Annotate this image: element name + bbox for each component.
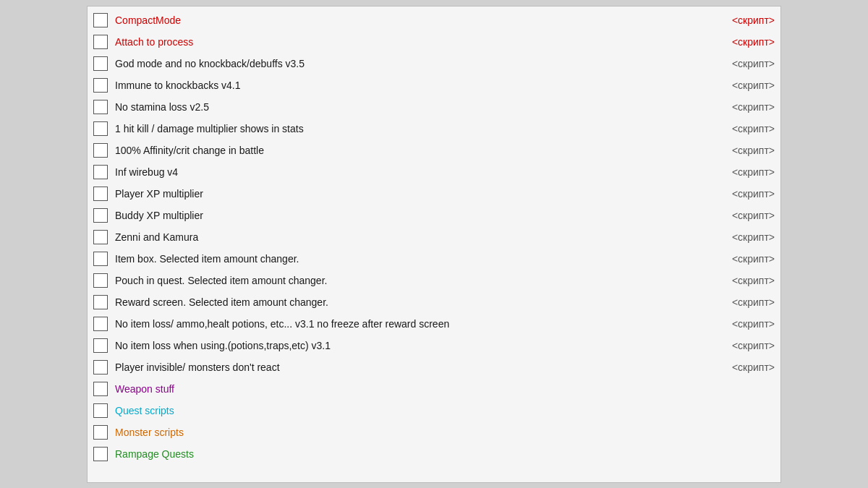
list-item: No item loss when using.(potions,traps,e… (88, 335, 780, 356)
script-list: CompactMode<скрипт>Attach to process<скр… (87, 6, 781, 483)
list-item: God mode and no knockback/debuffs v3.5<с… (88, 53, 780, 74)
checkbox[interactable] (93, 100, 108, 114)
item-label: God mode and no knockback/debuffs v3.5 (115, 58, 726, 69)
item-script: <скрипт> (732, 166, 775, 178)
item-script: <скрипт> (732, 101, 775, 113)
list-item: Rampage Quests (88, 443, 780, 465)
item-script: <скрипт> (732, 275, 775, 286)
list-item: CompactMode<скрипт> (88, 9, 780, 31)
checkbox[interactable] (93, 13, 108, 27)
item-script: <скрипт> (732, 36, 775, 48)
checkbox[interactable] (93, 382, 108, 396)
item-label: Reward screen. Selected item amount chan… (115, 296, 726, 308)
list-item: Player XP multiplier<скрипт> (88, 183, 780, 205)
checkbox[interactable] (93, 317, 108, 331)
item-script: <скрипт> (732, 253, 775, 265)
item-label: CompactMode (115, 14, 726, 26)
item-label: Monster scripts (115, 427, 775, 438)
item-script: <скрипт> (732, 14, 775, 26)
checkbox[interactable] (93, 56, 108, 71)
item-label: Weapon stuff (115, 383, 775, 395)
item-label: No item loss/ ammo,healt potions, etc...… (115, 318, 726, 330)
item-script: <скрипт> (732, 210, 775, 221)
checkbox[interactable] (93, 252, 108, 266)
checkbox[interactable] (93, 187, 108, 201)
list-item: Reward screen. Selected item amount chan… (88, 291, 780, 313)
list-item: No item loss/ ammo,healt potions, etc...… (88, 313, 780, 335)
list-item: Item box. Selected item amount changer.<… (88, 248, 780, 270)
checkbox[interactable] (93, 425, 108, 440)
item-label: No stamina loss v2.5 (115, 101, 726, 113)
item-script: <скрипт> (732, 296, 775, 308)
list-item: Monster scripts (88, 421, 780, 443)
list-item: Inf wirebug v4<скрипт> (88, 161, 780, 183)
item-label: Item box. Selected item amount changer. (115, 253, 726, 265)
list-item: Zenni and Kamura<скрипт> (88, 226, 780, 248)
item-label: Zenni and Kamura (115, 231, 726, 243)
checkbox[interactable] (93, 165, 108, 179)
checkbox[interactable] (93, 295, 108, 309)
list-item: Weapon stuff (88, 378, 780, 400)
checkbox[interactable] (93, 447, 108, 461)
item-label: Buddy XP multiplier (115, 210, 726, 221)
checkbox[interactable] (93, 78, 108, 93)
item-script: <скрипт> (732, 361, 775, 373)
checkbox[interactable] (93, 338, 108, 353)
item-label: Attach to process (115, 36, 726, 48)
list-item: Player invisible/ monsters don't react<с… (88, 356, 780, 378)
item-script: <скрипт> (732, 145, 775, 156)
item-script: <скрипт> (732, 318, 775, 330)
list-item: Immune to knockbacks v4.1<скрипт> (88, 74, 780, 96)
item-label: 100% Affinity/crit change in battle (115, 145, 726, 156)
list-item: 100% Affinity/crit change in battle<скри… (88, 140, 780, 161)
item-script: <скрипт> (732, 188, 775, 200)
checkbox[interactable] (93, 273, 108, 288)
item-script: <скрипт> (732, 123, 775, 134)
list-item: No stamina loss v2.5<скрипт> (88, 96, 780, 118)
item-label: Player XP multiplier (115, 188, 726, 200)
list-item: Buddy XP multiplier<скрипт> (88, 205, 780, 226)
checkbox[interactable] (93, 403, 108, 418)
item-label: Inf wirebug v4 (115, 166, 726, 178)
checkbox[interactable] (93, 360, 108, 374)
item-script: <скрипт> (732, 58, 775, 69)
item-script: <скрипт> (732, 231, 775, 243)
item-label: No item loss when using.(potions,traps,e… (115, 340, 726, 351)
item-label: 1 hit kill / damage multiplier shows in … (115, 123, 726, 134)
item-label: Player invisible/ monsters don't react (115, 361, 726, 373)
list-item: 1 hit kill / damage multiplier shows in … (88, 118, 780, 140)
item-label: Pouch in quest. Selected item amount cha… (115, 275, 726, 286)
checkbox[interactable] (93, 208, 108, 223)
item-script: <скрипт> (732, 340, 775, 351)
item-label: Immune to knockbacks v4.1 (115, 80, 726, 91)
checkbox[interactable] (93, 143, 108, 158)
checkbox[interactable] (93, 230, 108, 244)
checkbox[interactable] (93, 121, 108, 136)
list-item: Quest scripts (88, 400, 780, 421)
item-label: Rampage Quests (115, 448, 775, 460)
list-item: Attach to process<скрипт> (88, 31, 780, 53)
checkbox[interactable] (93, 35, 108, 49)
list-item: Pouch in quest. Selected item amount cha… (88, 270, 780, 291)
item-label: Quest scripts (115, 405, 775, 416)
item-script: <скрипт> (732, 80, 775, 91)
